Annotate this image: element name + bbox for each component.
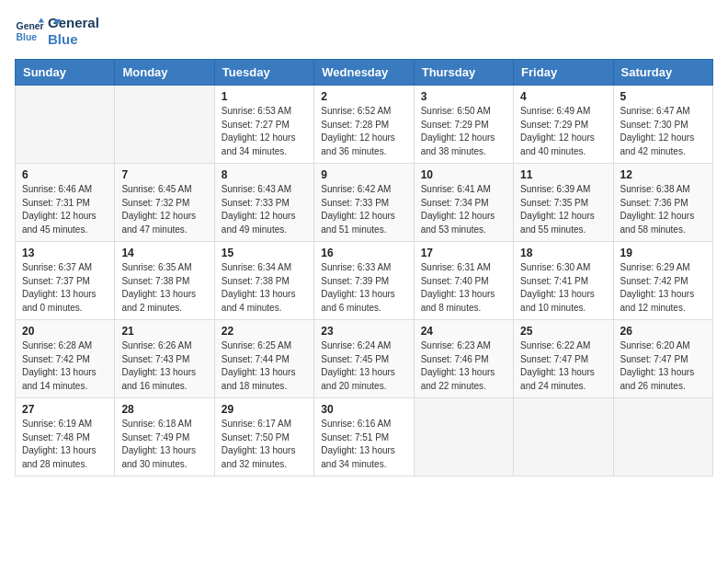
calendar-cell: 11Sunrise: 6:39 AM Sunset: 7:35 PM Dayli… xyxy=(514,164,613,242)
day-number: 26 xyxy=(620,325,706,338)
day-number: 13 xyxy=(22,247,108,259)
svg-text:General: General xyxy=(17,21,44,31)
calendar-cell xyxy=(115,86,214,164)
calendar-cell: 4Sunrise: 6:49 AM Sunset: 7:29 PM Daylig… xyxy=(514,86,613,164)
day-info: Sunrise: 6:24 AM Sunset: 7:45 PM Dayligh… xyxy=(321,339,406,393)
day-number: 2 xyxy=(321,90,406,103)
column-header-sunday: Sunday xyxy=(16,60,115,86)
column-header-tuesday: Tuesday xyxy=(214,60,313,86)
day-number: 1 xyxy=(222,90,307,103)
calendar-cell: 5Sunrise: 6:47 AM Sunset: 7:30 PM Daylig… xyxy=(613,86,712,164)
calendar-cell: 28Sunrise: 6:18 AM Sunset: 7:49 PM Dayli… xyxy=(115,398,214,477)
svg-text:Blue: Blue xyxy=(17,32,38,42)
calendar-cell: 7Sunrise: 6:45 AM Sunset: 7:32 PM Daylig… xyxy=(115,164,214,242)
calendar-cell: 23Sunrise: 6:24 AM Sunset: 7:45 PM Dayli… xyxy=(314,320,414,398)
calendar-cell xyxy=(16,86,115,164)
day-info: Sunrise: 6:53 AM Sunset: 7:27 PM Dayligh… xyxy=(222,105,307,158)
day-number: 11 xyxy=(520,168,606,181)
calendar-header-row: SundayMondayTuesdayWednesdayThursdayFrid… xyxy=(16,60,713,86)
day-number: 24 xyxy=(421,325,506,338)
day-info: Sunrise: 6:17 AM Sunset: 7:50 PM Dayligh… xyxy=(222,418,307,471)
day-info: Sunrise: 6:25 AM Sunset: 7:44 PM Dayligh… xyxy=(222,339,307,393)
day-number: 4 xyxy=(520,90,606,103)
column-header-thursday: Thursday xyxy=(414,60,513,86)
calendar-week-row: 6Sunrise: 6:46 AM Sunset: 7:31 PM Daylig… xyxy=(16,164,713,242)
calendar-cell: 20Sunrise: 6:28 AM Sunset: 7:42 PM Dayli… xyxy=(16,320,115,398)
day-number: 18 xyxy=(520,247,606,259)
day-info: Sunrise: 6:34 AM Sunset: 7:38 PM Dayligh… xyxy=(222,261,307,315)
calendar-week-row: 20Sunrise: 6:28 AM Sunset: 7:42 PM Dayli… xyxy=(16,320,713,398)
column-header-wednesday: Wednesday xyxy=(314,60,414,86)
day-info: Sunrise: 6:31 AM Sunset: 7:40 PM Dayligh… xyxy=(421,261,506,315)
day-number: 6 xyxy=(22,168,108,181)
calendar-cell: 25Sunrise: 6:22 AM Sunset: 7:47 PM Dayli… xyxy=(514,320,613,398)
day-number: 29 xyxy=(222,403,307,416)
calendar-cell: 29Sunrise: 6:17 AM Sunset: 7:50 PM Dayli… xyxy=(214,398,313,477)
calendar-week-row: 27Sunrise: 6:19 AM Sunset: 7:48 PM Dayli… xyxy=(16,398,713,477)
calendar-cell: 24Sunrise: 6:23 AM Sunset: 7:46 PM Dayli… xyxy=(414,320,513,398)
day-number: 22 xyxy=(222,325,307,338)
day-number: 23 xyxy=(321,325,406,338)
day-info: Sunrise: 6:23 AM Sunset: 7:46 PM Dayligh… xyxy=(421,339,506,393)
day-info: Sunrise: 6:29 AM Sunset: 7:42 PM Dayligh… xyxy=(620,261,706,315)
calendar-cell: 13Sunrise: 6:37 AM Sunset: 7:37 PM Dayli… xyxy=(16,242,115,320)
day-info: Sunrise: 6:26 AM Sunset: 7:43 PM Dayligh… xyxy=(121,339,207,393)
calendar-cell: 8Sunrise: 6:43 AM Sunset: 7:33 PM Daylig… xyxy=(214,164,313,242)
day-info: Sunrise: 6:37 AM Sunset: 7:37 PM Dayligh… xyxy=(22,261,108,315)
day-number: 30 xyxy=(321,403,406,416)
calendar-week-row: 13Sunrise: 6:37 AM Sunset: 7:37 PM Dayli… xyxy=(16,242,713,320)
calendar-cell: 22Sunrise: 6:25 AM Sunset: 7:44 PM Dayli… xyxy=(214,320,313,398)
calendar-cell: 30Sunrise: 6:16 AM Sunset: 7:51 PM Dayli… xyxy=(314,398,414,477)
day-info: Sunrise: 6:52 AM Sunset: 7:28 PM Dayligh… xyxy=(321,105,406,158)
calendar-cell: 10Sunrise: 6:41 AM Sunset: 7:34 PM Dayli… xyxy=(414,164,513,242)
calendar-week-row: 1Sunrise: 6:53 AM Sunset: 7:27 PM Daylig… xyxy=(16,86,713,164)
day-info: Sunrise: 6:38 AM Sunset: 7:36 PM Dayligh… xyxy=(620,183,706,236)
day-number: 9 xyxy=(321,168,406,181)
logo-icon: General Blue xyxy=(15,17,44,46)
day-number: 3 xyxy=(421,90,506,103)
day-info: Sunrise: 6:39 AM Sunset: 7:35 PM Dayligh… xyxy=(520,183,606,236)
day-info: Sunrise: 6:35 AM Sunset: 7:38 PM Dayligh… xyxy=(121,261,207,315)
calendar-cell: 16Sunrise: 6:33 AM Sunset: 7:39 PM Dayli… xyxy=(314,242,414,320)
day-info: Sunrise: 6:16 AM Sunset: 7:51 PM Dayligh… xyxy=(321,418,406,471)
day-info: Sunrise: 6:50 AM Sunset: 7:29 PM Dayligh… xyxy=(421,105,506,158)
day-info: Sunrise: 6:20 AM Sunset: 7:47 PM Dayligh… xyxy=(620,339,706,393)
calendar-cell: 17Sunrise: 6:31 AM Sunset: 7:40 PM Dayli… xyxy=(414,242,513,320)
day-number: 17 xyxy=(421,247,506,259)
day-info: Sunrise: 6:22 AM Sunset: 7:47 PM Dayligh… xyxy=(520,339,606,393)
logo: General Blue General Blue xyxy=(15,15,61,48)
day-number: 20 xyxy=(22,325,108,338)
day-number: 15 xyxy=(222,247,307,259)
day-info: Sunrise: 6:41 AM Sunset: 7:34 PM Dayligh… xyxy=(421,183,506,236)
column-header-saturday: Saturday xyxy=(613,60,712,86)
calendar-cell: 3Sunrise: 6:50 AM Sunset: 7:29 PM Daylig… xyxy=(414,86,513,164)
page-header: General Blue General Blue xyxy=(15,15,713,48)
column-header-friday: Friday xyxy=(514,60,613,86)
calendar-cell: 12Sunrise: 6:38 AM Sunset: 7:36 PM Dayli… xyxy=(613,164,712,242)
day-info: Sunrise: 6:19 AM Sunset: 7:48 PM Dayligh… xyxy=(22,418,108,471)
day-number: 19 xyxy=(620,247,706,259)
day-info: Sunrise: 6:49 AM Sunset: 7:29 PM Dayligh… xyxy=(520,105,606,158)
calendar-cell xyxy=(414,398,513,477)
day-number: 16 xyxy=(321,247,406,259)
calendar-cell xyxy=(613,398,712,477)
day-info: Sunrise: 6:47 AM Sunset: 7:30 PM Dayligh… xyxy=(620,105,706,158)
calendar-cell: 19Sunrise: 6:29 AM Sunset: 7:42 PM Dayli… xyxy=(613,242,712,320)
logo-triangle-icon xyxy=(44,17,61,34)
day-number: 14 xyxy=(121,247,207,259)
calendar-cell: 18Sunrise: 6:30 AM Sunset: 7:41 PM Dayli… xyxy=(514,242,613,320)
day-number: 28 xyxy=(121,403,207,416)
calendar-cell: 26Sunrise: 6:20 AM Sunset: 7:47 PM Dayli… xyxy=(613,320,712,398)
day-info: Sunrise: 6:45 AM Sunset: 7:32 PM Dayligh… xyxy=(121,183,207,236)
day-info: Sunrise: 6:28 AM Sunset: 7:42 PM Dayligh… xyxy=(22,339,108,393)
calendar-cell: 1Sunrise: 6:53 AM Sunset: 7:27 PM Daylig… xyxy=(214,86,313,164)
day-info: Sunrise: 6:42 AM Sunset: 7:33 PM Dayligh… xyxy=(321,183,406,236)
calendar-cell: 14Sunrise: 6:35 AM Sunset: 7:38 PM Dayli… xyxy=(115,242,214,320)
day-number: 5 xyxy=(620,90,706,103)
day-number: 7 xyxy=(121,168,207,181)
day-info: Sunrise: 6:30 AM Sunset: 7:41 PM Dayligh… xyxy=(520,261,606,315)
calendar-cell: 9Sunrise: 6:42 AM Sunset: 7:33 PM Daylig… xyxy=(314,164,414,242)
calendar-cell xyxy=(514,398,613,477)
calendar-cell: 21Sunrise: 6:26 AM Sunset: 7:43 PM Dayli… xyxy=(115,320,214,398)
day-number: 10 xyxy=(421,168,506,181)
